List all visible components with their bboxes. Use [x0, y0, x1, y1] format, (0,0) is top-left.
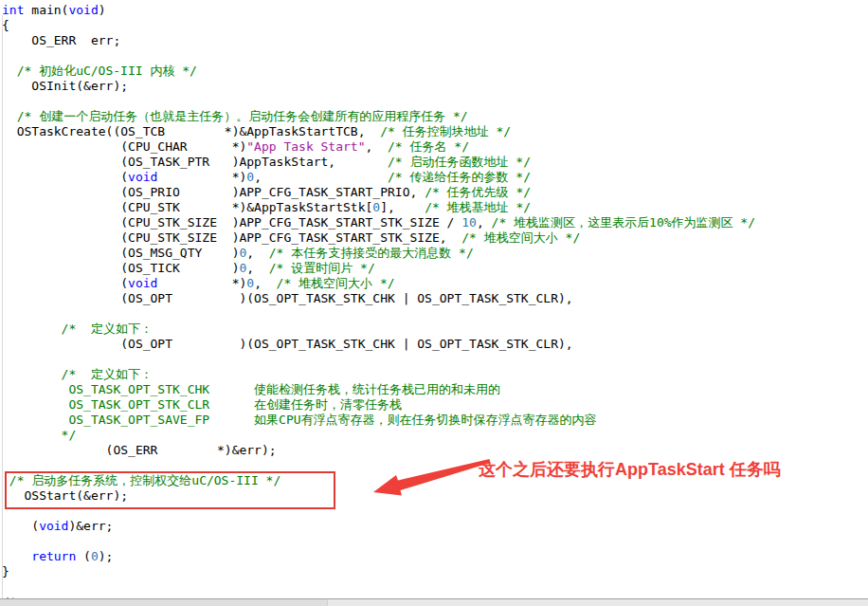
- code-line: (CPU_STK *)&AppTaskStartStk[0], /* 堆栈基地址…: [2, 200, 755, 215]
- code-line: (OS_ERR *)&err);: [2, 443, 755, 458]
- code-line: */: [2, 428, 755, 443]
- code-line: }: [2, 564, 755, 579]
- code-line: (OS_TASK_PTR )AppTaskStart, /* 启动任务函数地址 …: [2, 155, 755, 170]
- scrollbar-thumb[interactable]: [0, 599, 328, 606]
- code-line: OS_TASK_OPT_STK_CLR 在创建任务时，清零任务栈: [2, 397, 755, 413]
- code-line: (OS_MSG_QTY )0, /* 本任务支持接受的最大消息数 */: [2, 246, 755, 261]
- code-line: (OS_PRIO )APP_CFG_TASK_START_PRIO, /* 任务…: [2, 185, 755, 200]
- code-line: OSInit(&err);: [2, 79, 755, 94]
- code-line: (OS_OPT )(OS_OPT_TASK_STK_CHK | OS_OPT_T…: [2, 291, 755, 306]
- code-line: (void *)0, /* 传递给任务的参数 */: [2, 170, 755, 185]
- code-editor[interactable]: int main(void){ OS_ERR err; /* 初始化uC/OS-…: [0, 0, 868, 606]
- code-line: OS_ERR err;: [2, 33, 755, 48]
- annotation-question-text: 这个之后还要执行AppTaskStart 任务吗: [479, 458, 781, 481]
- code-line: OS_TASK_OPT_SAVE_FP 如果CPU有浮点寄存器，则在任务切换时保…: [2, 413, 755, 428]
- code-line: [2, 352, 755, 367]
- code-line: /* 定义如下：: [2, 321, 755, 337]
- code-line: [2, 48, 755, 64]
- code-line: int main(void): [2, 3, 755, 18]
- code-line: OSTaskCreate((OS_TCB *)&AppTaskStartTCB,…: [2, 124, 755, 139]
- code-line: /* 创建一个启动任务（也就是主任务）。启动任务会创建所有的应用程序任务 */: [2, 109, 755, 124]
- code-line: return (0);: [2, 549, 755, 564]
- horizontal-scrollbar[interactable]: [0, 598, 868, 606]
- code-line: [2, 504, 755, 519]
- code-line: /* 定义如下：: [2, 367, 755, 382]
- code-line: (OS_TICK )0, /* 设置时间片 */: [2, 261, 755, 276]
- code-line: (CPU_CHAR *)"App Task Start", /* 任务名 */: [2, 139, 755, 155]
- code-line: [2, 579, 755, 595]
- code-line: OSStart(&err);: [2, 488, 755, 504]
- code-line: (void *)0, /* 堆栈空间大小 */: [2, 276, 755, 291]
- code-line: [2, 94, 755, 109]
- code-line: (void)&err;: [2, 519, 755, 534]
- code-line: /* 初始化uC/OS-III 内核 */: [2, 64, 755, 79]
- code-line: [2, 306, 755, 321]
- code-line: (CPU_STK_SIZE )APP_CFG_TASK_START_STK_SI…: [2, 215, 755, 230]
- code-area[interactable]: int main(void){ OS_ERR err; /* 初始化uC/OS-…: [2, 3, 755, 606]
- code-line: {: [2, 18, 755, 33]
- code-line: [2, 534, 755, 549]
- code-line: OS_TASK_OPT_STK_CHK 使能检测任务栈，统计任务栈已用的和未用的: [2, 382, 755, 397]
- code-line: (CPU_STK_SIZE )APP_CFG_TASK_START_STK_SI…: [2, 230, 755, 246]
- code-line: (OS_OPT )(OS_OPT_TASK_STK_CHK | OS_OPT_T…: [2, 337, 755, 352]
